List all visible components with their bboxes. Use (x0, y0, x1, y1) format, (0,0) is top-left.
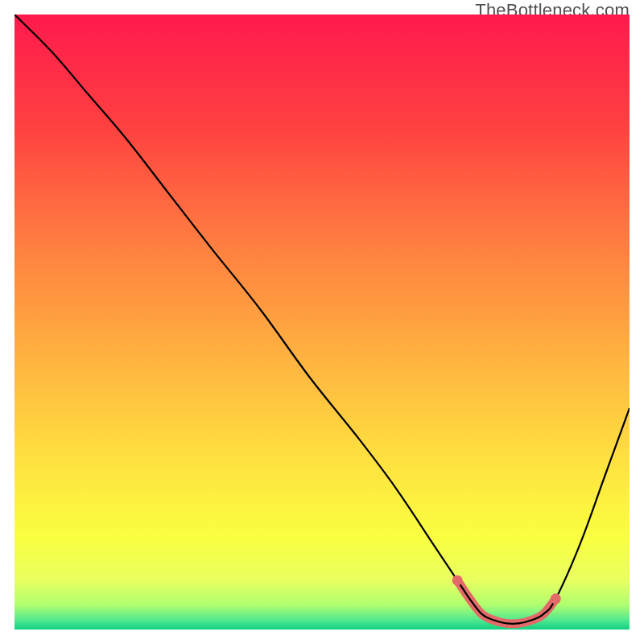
chart-container: TheBottleneck.com (0, 0, 644, 644)
plot-area (14, 14, 630, 630)
gradient-background (14, 14, 630, 630)
svg-rect-0 (14, 14, 630, 630)
